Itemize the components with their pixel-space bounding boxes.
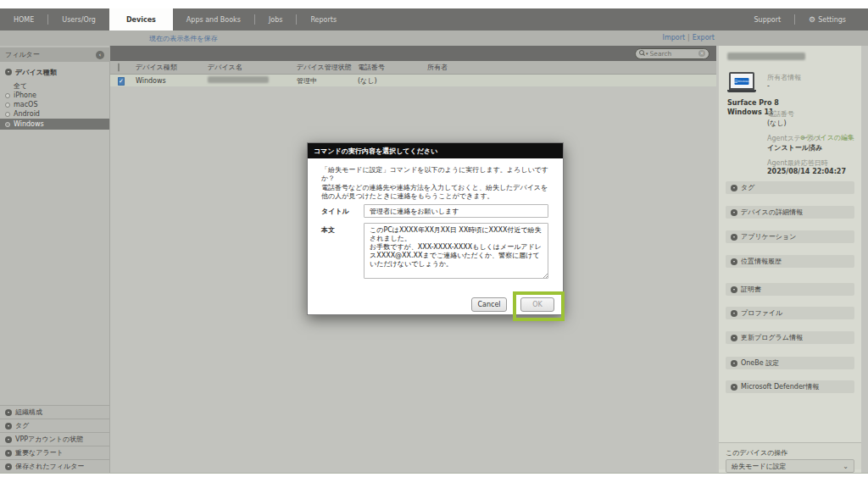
column-device-name[interactable]: デバイス名 — [208, 63, 297, 72]
table-row[interactable]: ✓ Windows 管理中 (なし) — [110, 75, 716, 86]
clear-search-icon[interactable]: ✕ — [698, 50, 705, 57]
sidebar-item-label: VPPアカウントの状態 — [15, 435, 83, 444]
gear-icon: ⚙ — [809, 15, 815, 24]
section-certificates[interactable]: 証明書 — [726, 283, 854, 296]
filter-option-label: iPhone — [14, 92, 36, 99]
sidebar-item-org-structure[interactable]: 組織構成 — [0, 405, 109, 419]
toggle-icon — [731, 310, 737, 317]
nav-tab-reports[interactable]: Reports — [297, 8, 350, 30]
filter-option-windows[interactable]: Windows — [0, 119, 109, 130]
filter-option-all[interactable]: 全て — [0, 81, 109, 91]
toggle-icon — [5, 450, 12, 457]
toggle-icon — [731, 185, 737, 191]
chevron-down-icon: ⌄ — [843, 463, 849, 470]
sidebar-item-saved-filters[interactable]: 保存されたフィルター — [0, 459, 109, 473]
filter-option-label: macOS — [14, 101, 37, 108]
filter-option-android[interactable]: Android — [0, 109, 109, 119]
section-device-details[interactable]: デバイスの詳細情報 — [726, 206, 854, 219]
filter-option-macos[interactable]: macOS — [0, 100, 109, 109]
device-actions-panel: このデバイスの操作 紛失モードに設定 ⌄ 次へ — [719, 442, 861, 469]
search-box[interactable]: ▾ ✕ — [635, 48, 709, 59]
phone-label: 電話番号 — [767, 109, 794, 119]
sub-header: 現在の表示条件を保存 Import|Export — [0, 30, 868, 46]
settings-link[interactable]: ⚙ Settings — [795, 8, 860, 30]
column-owner[interactable]: 所有者 — [427, 63, 716, 72]
device-type-section-header[interactable]: デバイス種類 — [0, 66, 109, 78]
nav-tab-jobs[interactable]: Jobs — [255, 8, 297, 30]
action-select[interactable]: 紛失モードに設定 ⌄ — [726, 459, 854, 473]
save-view-conditions-link[interactable]: 現在の表示条件を保存 — [149, 34, 217, 43]
collapse-sidebar-icon[interactable]: ‹ — [96, 51, 104, 59]
nav-tab-users-org[interactable]: Users/Org — [48, 8, 109, 30]
import-link[interactable]: Import — [663, 34, 686, 42]
link-separator: | — [687, 34, 690, 42]
radio-icon — [5, 93, 10, 98]
radio-icon — [5, 112, 10, 117]
lost-mode-body-textarea[interactable]: このPCはXXXX年XX月XX日 XX時頃にXXXX付近で紛失されました。 お手… — [364, 223, 548, 279]
ok-button[interactable]: OK — [520, 297, 554, 312]
select-all-checkbox[interactable] — [118, 63, 120, 72]
section-label: 更新プログラム情報 — [741, 333, 803, 342]
title-field-label: タイトル — [321, 207, 349, 216]
search-scope-caret-icon: ▾ — [646, 51, 648, 56]
toggle-icon — [731, 360, 737, 367]
agent-status-value: インストール済み — [767, 143, 822, 152]
toggle-icon — [731, 234, 737, 241]
section-microsoft-defender[interactable]: Microsoft Defender情報 — [726, 380, 854, 393]
section-label: OneBe 設定 — [741, 358, 779, 368]
section-label: デバイスの詳細情報 — [741, 208, 803, 217]
toggle-icon — [5, 463, 12, 470]
sidebar-item-label: 重要なアラート — [15, 448, 64, 458]
dialog-message-line1: 「紛失モードに設定」コマンドを以下のように実行します。よろしいですか？ — [321, 166, 551, 183]
cell-management-status: 管理中 — [297, 76, 358, 86]
command-confirm-dialog: コマンドの実行内容を選択してください 「紛失モードに設定」コマンドを以下のように… — [307, 142, 564, 315]
settings-label: Settings — [818, 16, 846, 24]
filter-option-label: Windows — [14, 120, 44, 128]
phone-value: (なし) — [767, 119, 787, 128]
lost-mode-title-input[interactable] — [364, 204, 548, 218]
nav-tab-devices[interactable]: Devices — [109, 8, 173, 30]
section-label: Microsoft Defender情報 — [741, 382, 819, 391]
search-icon — [639, 50, 645, 57]
dialog-title: コマンドの実行内容を選択してください — [308, 143, 563, 158]
column-phone[interactable]: 電話番号 — [358, 63, 427, 72]
section-onebe-settings[interactable]: OneBe 設定 — [726, 357, 854, 369]
action-select-value: 紛失モードに設定 — [732, 462, 787, 471]
top-nav: HOME Users/Org Devices Apps and Books Jo… — [0, 8, 868, 30]
row-checkbox[interactable]: ✓ — [118, 77, 125, 86]
section-applications[interactable]: アプリケーション — [726, 230, 854, 243]
filter-option-label: Android — [14, 110, 40, 118]
export-link[interactable]: Export — [693, 34, 715, 42]
section-tags[interactable]: タグ — [726, 181, 854, 194]
section-label: 位置情報履歴 — [741, 257, 782, 266]
toggle-icon — [5, 436, 12, 443]
cell-phone: (なし) — [358, 76, 427, 86]
sidebar-item-important-alerts[interactable]: 重要なアラート — [0, 446, 109, 459]
support-link[interactable]: Support — [740, 8, 794, 30]
cancel-button[interactable]: Cancel — [471, 297, 507, 312]
toggle-icon — [5, 423, 12, 430]
nav-tab-home[interactable]: HOME — [0, 8, 47, 30]
owner-info-label: 所有者情報 — [767, 73, 801, 82]
sidebar-item-vpp-account-status[interactable]: VPPアカウントの状態 — [0, 432, 109, 446]
column-management-status[interactable]: デバイス管理状態 — [297, 63, 358, 72]
redacted-device-name — [208, 76, 269, 83]
device-actions-title: このデバイスの操作 — [726, 448, 787, 458]
section-update-programs[interactable]: 更新プログラム情報 — [726, 331, 854, 344]
sidebar-item-tags[interactable]: タグ — [0, 419, 109, 432]
nav-tab-apps-and-books[interactable]: Apps and Books — [173, 8, 254, 30]
column-device-type[interactable]: デバイス種類 — [136, 63, 208, 72]
filter-sidebar: フィルター ‹ デバイス種類 全て iPhone macOS Android W… — [0, 46, 110, 473]
device-model: Surface Pro 8 — [727, 99, 779, 107]
filter-option-iphone[interactable]: iPhone — [0, 91, 109, 100]
section-location-history[interactable]: 位置情報履歴 — [726, 255, 854, 268]
laptop-device-image: Windows — [727, 72, 756, 94]
section-label: タグ — [741, 183, 754, 192]
resize-grip-icon[interactable] — [543, 274, 548, 278]
device-type-section-label: デバイス種類 — [15, 68, 57, 77]
sidebar-item-label: 保存されたフィルター — [15, 462, 84, 471]
toggle-icon — [5, 69, 12, 75]
toggle-icon — [731, 384, 737, 391]
search-input[interactable] — [650, 50, 694, 58]
section-profiles[interactable]: プロファイル — [726, 307, 854, 319]
